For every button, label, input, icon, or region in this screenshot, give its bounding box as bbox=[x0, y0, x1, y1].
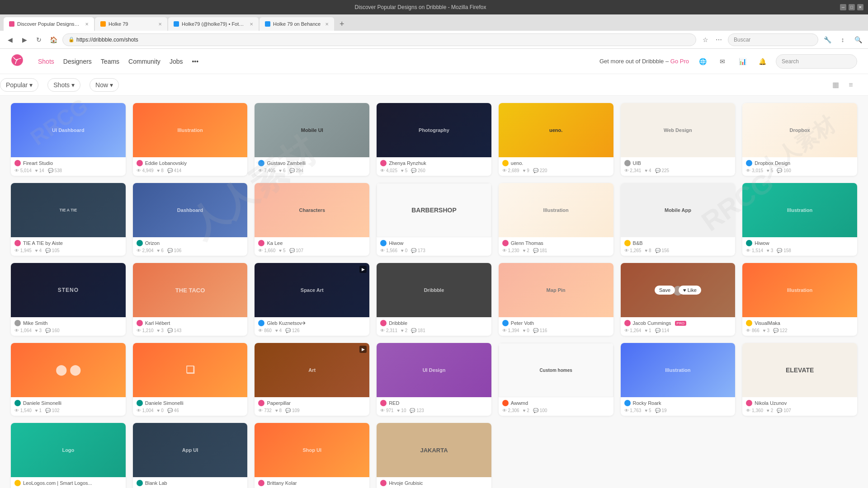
tab-4[interactable]: Holke 79 on Behance ✕ bbox=[259, 17, 334, 31]
tab-1[interactable]: Discover Popular Designs on D... ✕ bbox=[4, 17, 94, 31]
shot-card-28[interactable]: ELEVATE Nikola Uzunov 👁 1,360 ♥ 2 💬 107 bbox=[742, 343, 857, 416]
home-button[interactable]: 🏠 bbox=[48, 34, 59, 45]
nav-community[interactable]: Community bbox=[128, 58, 160, 65]
pro-badge-20: PRO bbox=[675, 321, 686, 326]
nav-globe-icon[interactable]: 🌐 bbox=[696, 55, 709, 68]
nav-chart-icon[interactable]: 📊 bbox=[736, 55, 749, 68]
author-name-20: Jacob Cummings bbox=[633, 320, 671, 326]
reload-button[interactable]: ↻ bbox=[33, 34, 44, 45]
back-button[interactable]: ◀ bbox=[5, 34, 15, 45]
like-button-1[interactable]: ♥ Like bbox=[69, 126, 92, 135]
author-name-32: Hrvoje Grubisic bbox=[389, 480, 423, 486]
shot-card-4[interactable]: Photography Zhenya Rynzhuk 👁 4,025 ♥ 5 💬… bbox=[377, 103, 491, 176]
author-name-3: Gustavo Zambelli bbox=[267, 160, 306, 166]
now-filter[interactable]: Now ▾ bbox=[90, 78, 119, 92]
dribbble-logo[interactable] bbox=[11, 54, 24, 69]
shot-thumb-3: Mobile UI bbox=[255, 103, 369, 157]
tab-1-close[interactable]: ✕ bbox=[85, 22, 89, 27]
shot-author-30: Blank Lab bbox=[137, 480, 244, 486]
shot-thumb-25: UI Design bbox=[377, 343, 491, 397]
shot-card-30[interactable]: App UI Blank Lab 👁 797 ♥ 22 💬 93 bbox=[133, 423, 248, 488]
tab-3-close[interactable]: ✕ bbox=[250, 22, 253, 27]
shot-overlay-20: Save ♥ Like bbox=[621, 263, 736, 317]
browser-search-box[interactable]: Buscar bbox=[728, 33, 818, 46]
shot-card-29[interactable]: Logo LeoLogos.com | Smart Logos... 👁 1,5… bbox=[11, 423, 126, 488]
shot-card-11[interactable]: BARBERSHOP Hiwow 👁 1,566 ♥ 0 💬 173 bbox=[377, 183, 491, 256]
shot-card-7[interactable]: Dropbox Dropbox Design 👁 3,015 ♥ 5 💬 160 bbox=[742, 103, 857, 176]
extensions-icon[interactable]: 🔧 bbox=[822, 34, 833, 45]
shot-thumb-4: Photography bbox=[377, 103, 491, 157]
shot-card-10[interactable]: Characters Ka Lee 👁 1,660 ♥ 5 💬 107 bbox=[255, 183, 369, 256]
shot-card-6[interactable]: Web Design UIB 👁 2,341 ♥ 4 💬 225 bbox=[621, 103, 736, 176]
bookmark-icon[interactable]: ☆ bbox=[700, 34, 711, 45]
nav-designers[interactable]: Designers bbox=[63, 58, 92, 65]
shot-author-19: Peter Voth bbox=[502, 320, 610, 326]
shot-author-32: Hrvoje Grubisic bbox=[380, 480, 488, 486]
maximize-button[interactable]: □ bbox=[849, 4, 855, 10]
shot-stats-6: 👁 2,341 ♥ 4 💬 225 bbox=[624, 168, 732, 173]
save-button-20[interactable]: Save bbox=[655, 286, 675, 295]
shot-card-32[interactable]: JAKARTA Hrvoje Grubisic 👁 536 ♥ 4 💬 90 bbox=[377, 423, 491, 488]
shot-card-15[interactable]: STENO Mike Smith 👁 1,064 ♥ 3 💬 160 bbox=[11, 263, 126, 336]
shot-card-12[interactable]: Illustration Glenn Thomas 👁 1,230 ♥ 2 💬 … bbox=[499, 183, 613, 256]
shot-card-13[interactable]: Mobile App B&B 👁 1,265 ♥ 8 💬 156 bbox=[621, 183, 736, 256]
likes-1: ♥ 14 bbox=[35, 168, 44, 173]
menu-icon[interactable]: ⋯ bbox=[713, 34, 724, 45]
shot-card-26[interactable]: Custom homes Awwmd 👁 2,306 ♥ 2 💬 100 bbox=[499, 343, 613, 416]
zoom-icon[interactable]: 🔍 bbox=[853, 34, 863, 45]
shot-card-14[interactable]: Illustration Hiwow 👁 1,514 ♥ 3 💬 158 bbox=[742, 183, 857, 256]
shot-card-1[interactable]: UI Dashboard Save ♥ Like Fireart Studio … bbox=[11, 103, 126, 176]
list-view-button[interactable]: ≡ bbox=[844, 79, 857, 91]
shot-card-17[interactable]: ▶ Space Art Gleb Kuznetsov✈ 👁 860 ♥ 4 💬 … bbox=[255, 263, 369, 336]
shot-card-20[interactable]: Save ♥ Like ⬤ Jacob Cummings PRO 👁 1,264 bbox=[621, 263, 736, 336]
shot-card-25[interactable]: UI Design RED 👁 971 ♥ 10 💬 123 bbox=[377, 343, 491, 416]
nav-shots[interactable]: Shots bbox=[38, 58, 54, 65]
tab-3[interactable]: Holke79 (@holke79) • Fotos... ✕ bbox=[168, 17, 259, 31]
tab-2[interactable]: Holke 79 ✕ bbox=[95, 17, 167, 31]
url-bar[interactable]: 🔒 https://dribbble.com/shots bbox=[62, 33, 696, 46]
nav-more[interactable]: ••• bbox=[192, 58, 198, 65]
shot-card-5[interactable]: ueno. ueno. 👁 2,689 ♥ 9 💬 220 bbox=[499, 103, 613, 176]
shot-card-18[interactable]: Dribbble Dribbble 👁 2,311 ♥ 2 💬 181 bbox=[377, 263, 491, 336]
forward-button[interactable]: ▶ bbox=[19, 34, 30, 45]
go-pro-link[interactable]: Go Pro bbox=[670, 58, 689, 65]
shot-card-16[interactable]: THE TACO Karl Hébert 👁 1,210 ♥ 3 💬 143 bbox=[133, 263, 248, 336]
tab-2-close[interactable]: ✕ bbox=[158, 22, 162, 27]
shot-thumb-6: Web Design bbox=[621, 103, 736, 157]
sync-icon[interactable]: ↕ bbox=[837, 34, 848, 45]
author-name-16: Karl Hébert bbox=[145, 320, 170, 326]
like-button-20[interactable]: ♥ Like bbox=[679, 286, 701, 295]
shot-card-2[interactable]: Illustration Eddie Lobanovskiy 👁 4,949 ♥… bbox=[133, 103, 248, 176]
shot-card-24[interactable]: ▶ Art Paperpillar 👁 732 ♥ 8 💬 109 bbox=[255, 343, 369, 416]
shot-author-11: Hiwow bbox=[380, 240, 488, 246]
minimize-button[interactable]: ─ bbox=[840, 4, 846, 10]
avatar-4 bbox=[380, 160, 387, 166]
shot-stats-4: 👁 4,025 ♥ 5 💬 260 bbox=[380, 168, 488, 173]
author-name-30: Blank Lab bbox=[145, 480, 167, 486]
shot-card-23[interactable]: ❑ Daniele Simonelli 👁 1,004 ♥ 0 💬 46 bbox=[133, 343, 248, 416]
popular-filter[interactable]: Popular ▾ bbox=[0, 78, 38, 92]
shot-card-31[interactable]: Shop UI Brittany Kolar 👁 584 ♥ 1 💬 96 bbox=[255, 423, 369, 488]
shot-card-27[interactable]: Illustration Rocky Roark 👁 1,763 ♥ 5 💬 1… bbox=[621, 343, 736, 416]
shot-card-9[interactable]: Dashboard Orizon 👁 2,904 ♥ 6 💬 106 bbox=[133, 183, 248, 256]
close-button[interactable]: ✕ bbox=[857, 4, 863, 10]
dribbble-search-bar[interactable]: Search bbox=[776, 54, 857, 69]
shot-author-1: Fireart Studio bbox=[14, 160, 122, 166]
grid-view-button[interactable]: ▦ bbox=[829, 79, 842, 91]
tab-4-close[interactable]: ✕ bbox=[325, 22, 329, 27]
nav-bell-icon[interactable]: 🔔 bbox=[756, 55, 769, 68]
shots-filter[interactable]: Shots ▾ bbox=[47, 78, 80, 92]
new-tab-button[interactable]: + bbox=[335, 17, 349, 31]
shot-card-19[interactable]: Map Pin Peter Voth 👁 1,394 ♥ 0 💬 116 bbox=[499, 263, 613, 336]
shot-card-21[interactable]: Illustration VisualMaka 👁 866 ♥ 3 💬 122 bbox=[742, 263, 857, 336]
avatar-26 bbox=[502, 400, 509, 406]
dribbble-nav: Shots Designers Teams Community Jobs •••… bbox=[0, 49, 868, 74]
nav-jobs[interactable]: Jobs bbox=[170, 58, 183, 65]
nav-mail-icon[interactable]: ✉ bbox=[716, 55, 729, 68]
save-button-1[interactable]: Save bbox=[45, 126, 65, 135]
shot-card-3[interactable]: Mobile UI Gustavo Zambelli 👁 7,405 ♥ 6 💬… bbox=[255, 103, 369, 176]
nav-teams[interactable]: Teams bbox=[101, 58, 119, 65]
shot-stats-5: 👁 2,689 ♥ 9 💬 220 bbox=[502, 168, 610, 173]
shot-card-8[interactable]: TIE A TIE TIE A TIE by Aiste 👁 1,945 ♥ 4… bbox=[11, 183, 126, 256]
shot-card-22[interactable]: ⬤ ⬤ Daniele Simonelli 👁 1,540 ♥ 1 💬 102 bbox=[11, 343, 126, 416]
